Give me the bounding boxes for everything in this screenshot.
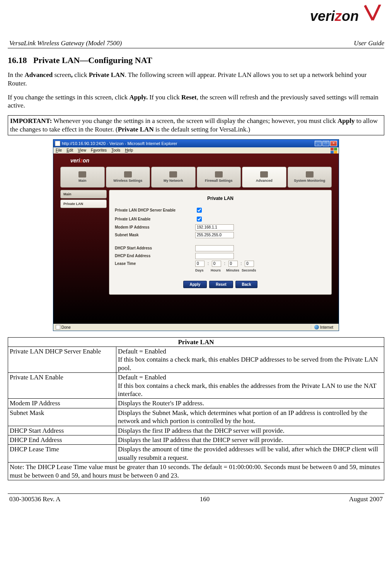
tab-label: System Monitoring — [294, 179, 325, 183]
tab-label: Main — [78, 179, 87, 183]
table-cell-desc: Displays the Subnet Mask, which determin… — [116, 408, 384, 426]
table-cell-name: DHCP End Address — [8, 435, 116, 444]
back-button[interactable]: Back — [235, 281, 258, 288]
table-note: Note: The DHCP Lease Time value must be … — [8, 463, 384, 480]
footer-divider — [8, 493, 384, 494]
maximize-button[interactable]: □ — [322, 141, 329, 146]
lease-label: Minutes — [226, 268, 238, 272]
page-icon — [56, 325, 60, 329]
reset-button[interactable]: Reset — [209, 281, 233, 288]
input-subnet-mask[interactable] — [195, 232, 234, 238]
minimize-button[interactable]: _ — [315, 141, 322, 146]
internet-zone-icon — [314, 325, 319, 329]
tab-icon — [124, 171, 132, 178]
svg-rect-3 — [331, 148, 334, 150]
table-cell-name: DHCP Lease Time — [8, 445, 116, 463]
apply-button[interactable]: Apply — [183, 281, 207, 288]
footer-page-number: 160 — [61, 495, 349, 503]
lease-label: Hours — [211, 268, 222, 272]
status-zone: Internet — [320, 325, 333, 329]
tab-label: My Network — [164, 179, 183, 183]
paragraph-1: In the Advanced screen, click Private LA… — [8, 71, 384, 88]
footer-left: 030-300536 Rev. A — [9, 495, 61, 503]
tab-advanced[interactable]: Advanced — [242, 167, 286, 188]
windows-logo-icon — [331, 148, 337, 154]
table-header: Private LAN — [8, 337, 384, 347]
tab-icon — [215, 171, 223, 178]
table-cell-desc: Displays the first IP address that the D… — [116, 426, 384, 435]
svg-rect-6 — [334, 151, 337, 154]
svg-rect-5 — [331, 151, 334, 154]
menu-tools[interactable]: Tools — [111, 148, 120, 152]
tab-system-monitoring[interactable]: System Monitoring — [288, 167, 332, 188]
router-brand-logo: verizon — [53, 154, 339, 167]
tab-firewall-settings[interactable]: Firewall Settings — [197, 167, 241, 188]
tab-my-network[interactable]: My Network — [151, 167, 196, 188]
label-lease-time: Lease Time — [115, 261, 192, 266]
section-heading: 16.18 Private LAN—Configuring NAT — [8, 55, 384, 65]
tab-icon — [78, 171, 86, 178]
table-cell-name: Subnet Mask — [8, 408, 116, 426]
input-lease-days[interactable] — [195, 261, 205, 267]
side-tabs: MainPrivate LAN — [60, 190, 107, 295]
label-private-lan-enable: Private LAN Enable — [115, 217, 192, 221]
input-lease-hours[interactable] — [212, 261, 221, 267]
label-dhcp-start: DHCP Start Address — [115, 246, 192, 250]
sidebar-item-main[interactable]: Main — [60, 190, 107, 198]
checkbox-private-lan-enable[interactable] — [197, 217, 202, 222]
verizon-logo: verizon — [306, 5, 383, 26]
tab-label: Advanced — [256, 179, 273, 183]
tab-wireless-settings[interactable]: Wireless Settings — [106, 167, 150, 188]
status-text: Done — [61, 325, 71, 329]
svg-rect-4 — [334, 148, 337, 150]
table-cell-desc: Default = EnabledIf this box contains a … — [116, 373, 384, 399]
description-table: Private LAN Private LAN DHCP Server Enab… — [8, 337, 384, 481]
action-buttons: ApplyResetBack — [115, 281, 326, 288]
table-cell-desc: Displays the Router's IP address. — [116, 399, 384, 408]
lease-label: Seconds — [242, 268, 253, 272]
lease-unit-labels: DaysHoursMinutesSeconds — [195, 268, 326, 272]
label-dhcp-server-enable: Private LAN DHCP Server Enable — [115, 208, 192, 212]
tab-icon — [306, 171, 314, 178]
close-button[interactable]: × — [330, 141, 337, 146]
input-modem-ip[interactable] — [195, 224, 234, 230]
checkbox-dhcp-server-enable[interactable] — [197, 208, 202, 213]
menu-edit[interactable]: Edit — [66, 148, 73, 152]
menu-view[interactable]: View — [78, 148, 86, 152]
panel-title: Private LAN — [115, 196, 326, 201]
table-cell-name: Private LAN DHCP Server Enable — [8, 347, 116, 372]
tab-icon — [169, 171, 177, 178]
svg-line-1 — [373, 5, 383, 20]
svg-line-0 — [365, 5, 373, 20]
table-cell-desc: Default = EnabledIf this box contains a … — [116, 347, 384, 372]
table-cell-name: Private LAN Enable — [8, 373, 116, 399]
sidebar-item-private-lan[interactable]: Private LAN — [60, 200, 107, 208]
window-titlebar: http://10.16.90.10:2420 - Verizon - Micr… — [53, 140, 339, 147]
input-dhcp-end[interactable] — [195, 253, 234, 259]
settings-panel: Private LAN Private LAN DHCP Server Enab… — [109, 190, 332, 295]
table-cell-name: Modem IP Address — [8, 399, 116, 408]
ie-favicon-icon — [55, 141, 60, 146]
lease-label: Days — [195, 268, 207, 272]
input-lease-minutes[interactable] — [228, 261, 238, 267]
menubar: File Edit View Favorites Tools Help — [53, 147, 339, 154]
menu-help[interactable]: Help — [125, 148, 133, 152]
doc-guide: User Guide — [354, 39, 384, 47]
input-dhcp-start[interactable] — [195, 245, 234, 251]
paragraph-2: If you change the settings in this scree… — [8, 93, 384, 110]
menu-file[interactable]: File — [56, 148, 62, 152]
label-subnet-mask: Subnet Mask — [115, 233, 192, 237]
tab-label: Firewall Settings — [205, 179, 233, 183]
footer-right: August 2007 — [349, 495, 383, 503]
menu-favorites[interactable]: Favorites — [91, 148, 107, 152]
statusbar: Done Internet — [53, 324, 339, 331]
tab-icon — [260, 171, 268, 178]
table-cell-desc: Displays the last IP address that the DH… — [116, 435, 384, 444]
important-note: IMPORTANT: Whenever you change the setti… — [8, 115, 384, 135]
tab-main[interactable]: Main — [60, 167, 105, 188]
doc-product: VersaLink Wireless Gateway (Model 7500) — [9, 39, 122, 47]
input-lease-seconds[interactable] — [245, 261, 254, 267]
ie-window: http://10.16.90.10:2420 - Verizon - Micr… — [53, 139, 339, 331]
table-cell-desc: Displays the amount of time the provided… — [116, 445, 384, 463]
header-divider — [8, 48, 384, 48]
